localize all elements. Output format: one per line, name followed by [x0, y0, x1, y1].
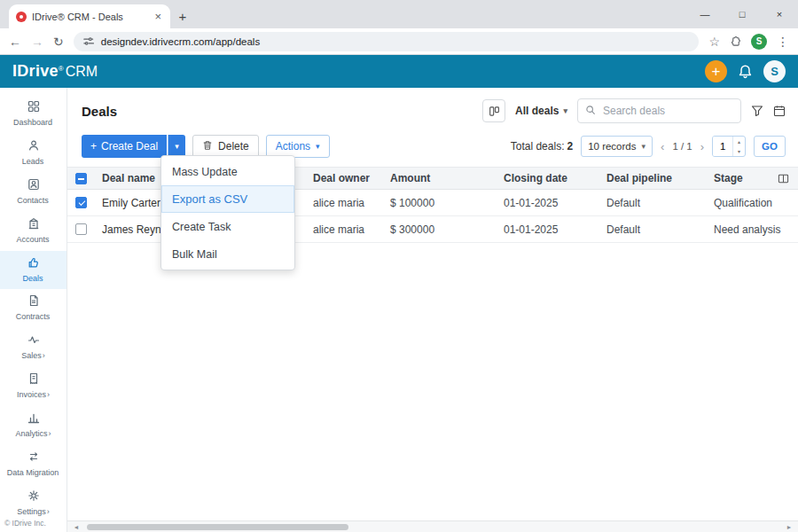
sidebar-label: Contacts: [17, 197, 49, 206]
sidebar-label: Invoices: [17, 391, 46, 400]
reload-icon[interactable]: ↻: [53, 35, 64, 48]
delete-label: Delete: [218, 140, 249, 153]
bookmark-star-icon[interactable]: ☆: [708, 35, 720, 48]
go-button[interactable]: GO: [754, 136, 786, 157]
records-label: 10 records: [588, 141, 636, 152]
idrive-crm-logo: IDrive ® CRM: [12, 62, 98, 81]
sidebar-item-deals[interactable]: Deals: [0, 251, 66, 290]
horizontal-scrollbar[interactable]: ◄ ►: [67, 520, 798, 532]
menu-item-export-as-csv[interactable]: Export as CSV: [161, 185, 294, 213]
records-per-page-dropdown[interactable]: 10 records ▾: [581, 136, 653, 157]
next-page-icon[interactable]: ›: [700, 140, 704, 153]
total-deals-value: 2: [567, 140, 573, 153]
user-avatar[interactable]: S: [763, 60, 786, 82]
page-number-stepper[interactable]: ▴ ▾: [712, 136, 746, 157]
col-header-deal-owner[interactable]: Deal owner: [313, 172, 390, 184]
cell-amount: $ 100000: [390, 197, 504, 209]
back-icon[interactable]: ←: [9, 35, 21, 48]
sidebar-label: Deals: [22, 275, 43, 284]
cell-stage: Need analysis: [714, 223, 798, 236]
select-all-checkbox[interactable]: [75, 173, 87, 184]
cell-stage: Qualification: [714, 197, 798, 209]
minimize-button[interactable]: —: [686, 0, 724, 28]
sidebar-item-leads[interactable]: Leads: [0, 134, 66, 173]
actions-label: Actions: [276, 140, 310, 153]
col-header-closing-date[interactable]: Closing date: [504, 172, 606, 184]
maximize-button[interactable]: □: [724, 0, 761, 28]
logo-reg-mark: ®: [59, 65, 64, 73]
browser-tab[interactable]: IDrive® CRM - Deals ×: [9, 4, 170, 28]
quick-add-button[interactable]: +: [705, 60, 727, 82]
chevron-down-icon: ▾: [316, 142, 320, 151]
filter-funnel-icon[interactable]: [751, 105, 763, 117]
new-tab-button[interactable]: +: [170, 4, 195, 28]
col-header-amount[interactable]: Amount: [390, 172, 504, 184]
cell-deal-owner: alice maria: [313, 223, 390, 236]
sidebar-item-sales[interactable]: Sales›: [0, 328, 66, 367]
browser-menu-icon[interactable]: ⋮: [777, 35, 789, 48]
forward-icon[interactable]: →: [31, 35, 43, 48]
view-filter-dropdown[interactable]: All deals ▾: [515, 105, 567, 117]
tab-close-icon[interactable]: ×: [153, 10, 163, 23]
sidebar-item-data-migration[interactable]: Data Migration: [0, 445, 66, 484]
sidebar: Dashboard Leads Contacts Accounts Deals …: [0, 88, 67, 532]
kanban-view-icon[interactable]: [482, 99, 505, 122]
prev-page-icon[interactable]: ‹: [661, 140, 664, 153]
data-migration-icon: [27, 450, 40, 466]
address-bar[interactable]: designdev.idrivecrm.com/app/deals: [74, 32, 700, 51]
pagination-controls: Total deals:2 10 records ▾ ‹ 1 / 1 › ▴ ▾…: [511, 136, 786, 157]
chevron-down-icon: ▾: [563, 106, 567, 115]
main-content: Deals All deals ▾: [67, 88, 798, 532]
sidebar-item-settings[interactable]: Settings›: [0, 484, 66, 523]
logo-text: IDrive: [12, 62, 59, 81]
close-button[interactable]: ×: [761, 0, 798, 28]
browser-profile-avatar[interactable]: S: [751, 34, 767, 50]
menu-item-create-task[interactable]: Create Task: [161, 213, 294, 240]
total-deals-label: Total deals:: [511, 140, 565, 153]
search-input[interactable]: [601, 104, 742, 118]
calendar-icon[interactable]: [773, 105, 786, 117]
logo-crm-text: CRM: [66, 64, 98, 80]
cell-deal-owner: alice maria: [313, 197, 390, 209]
sidebar-item-accounts[interactable]: Accounts: [0, 212, 66, 251]
site-info-icon[interactable]: [82, 35, 94, 47]
accounts-icon: [27, 217, 40, 233]
row-checkbox[interactable]: [75, 197, 87, 208]
column-picker-icon[interactable]: [778, 173, 789, 187]
search-box[interactable]: [577, 98, 741, 123]
cell-amount: $ 300000: [390, 223, 504, 236]
sidebar-item-invoices[interactable]: Invoices›: [0, 367, 66, 406]
create-deal-button[interactable]: + Create Deal: [82, 135, 167, 158]
sidebar-item-contracts[interactable]: Contracts: [0, 289, 66, 328]
page-number-input[interactable]: [713, 137, 732, 156]
menu-item-bulk-mail[interactable]: Bulk Mail: [161, 240, 294, 268]
scrollbar-thumb[interactable]: [87, 524, 348, 530]
sidebar-item-analytics[interactable]: Analytics›: [0, 406, 66, 445]
settings-gear-icon: [27, 489, 40, 505]
cell-deal-pipeline: Default: [606, 197, 714, 209]
extensions-puzzle-icon[interactable]: [730, 35, 741, 47]
sidebar-label: Sales: [21, 352, 42, 361]
menu-item-mass-update[interactable]: Mass Update: [161, 158, 294, 185]
scroll-right-icon[interactable]: ►: [782, 521, 796, 532]
sidebar-label: Contracts: [16, 313, 51, 322]
row-checkbox[interactable]: [75, 223, 87, 235]
col-header-deal-pipeline[interactable]: Deal pipeline: [606, 172, 714, 184]
create-deal-label: Create Deal: [101, 140, 158, 153]
sidebar-item-dashboard[interactable]: Dashboard: [0, 95, 66, 134]
stepper-down-icon[interactable]: ▾: [733, 146, 745, 156]
notifications-bell-icon[interactable]: [738, 64, 753, 79]
sidebar-label: Dashboard: [13, 119, 52, 128]
browser-window: IDrive® CRM - Deals × + — □ × ← → ↻ desi…: [0, 0, 798, 532]
trash-icon: [202, 140, 213, 153]
stepper-up-icon[interactable]: ▴: [733, 137, 745, 146]
dashboard-icon: [27, 100, 40, 116]
idrive-favicon-icon: [16, 12, 27, 22]
scroll-left-icon[interactable]: ◄: [69, 521, 83, 532]
page-title: Deals: [82, 104, 117, 119]
window-controls: — □ ×: [686, 0, 798, 28]
sidebar-label: Settings: [17, 508, 46, 517]
expand-icon: ›: [47, 391, 50, 400]
page-header: Deals All deals ▾: [67, 88, 798, 131]
sidebar-item-contacts[interactable]: Contacts: [0, 173, 66, 212]
